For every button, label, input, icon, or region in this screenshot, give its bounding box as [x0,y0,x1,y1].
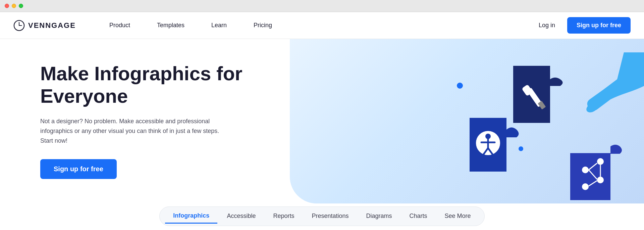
nav-learn[interactable]: Learn [198,22,240,29]
logo-area[interactable]: VENNGAGE [13,20,76,31]
minimize-button[interactable] [12,4,16,8]
browser-content: VENNGAGE Product Templates Learn Pricing… [0,12,644,230]
logo-icon [13,20,25,31]
svg-point-12 [582,167,589,173]
navbar: VENNGAGE Product Templates Learn Pricing… [0,12,644,39]
tab-presentations[interactable]: Presentations [304,209,357,223]
tab-diagrams[interactable]: Diagrams [358,209,400,223]
nav-pricing[interactable]: Pricing [240,22,285,29]
maximize-button[interactable] [19,4,23,8]
hero-section: Make Infographics for Everyone Not a des… [0,39,644,203]
nav-actions: Log in Sign up for free [533,17,631,34]
logo-text: VENNGAGE [28,21,76,30]
tab-see-more[interactable]: See More [437,209,479,223]
nav-links: Product Templates Learn Pricing [96,22,533,29]
hero-title: Make Infographics for Everyone [40,62,335,107]
svg-point-14 [597,177,604,183]
tabs-container: Infographics Accessible Reports Presenta… [159,206,484,226]
nav-templates[interactable]: Templates [144,22,198,29]
login-button[interactable]: Log in [533,19,560,32]
puzzle-charts-icon [567,143,634,203]
svg-point-13 [597,158,604,165]
window-chrome [0,0,644,12]
puzzle-accessibility-icon [463,111,533,182]
hero-subtitle: Not a designer? No problem. Make accessi… [40,117,228,145]
tab-reports[interactable]: Reports [265,209,302,223]
tab-accessible[interactable]: Accessible [219,209,264,223]
tab-infographics[interactable]: Infographics [165,209,217,224]
signup-button-nav[interactable]: Sign up for free [567,17,631,34]
hero-cta-button[interactable]: Sign up for free [40,159,117,179]
tab-charts[interactable]: Charts [401,209,435,223]
close-button[interactable] [5,4,9,8]
svg-point-15 [582,183,589,190]
hero-content: Make Infographics for Everyone Not a des… [0,39,335,192]
hand-brush-icon [530,52,644,126]
nav-product[interactable]: Product [96,22,144,29]
category-tabs: Infographics Accessible Reports Presenta… [0,203,644,229]
dot-decoration-1 [457,83,463,89]
